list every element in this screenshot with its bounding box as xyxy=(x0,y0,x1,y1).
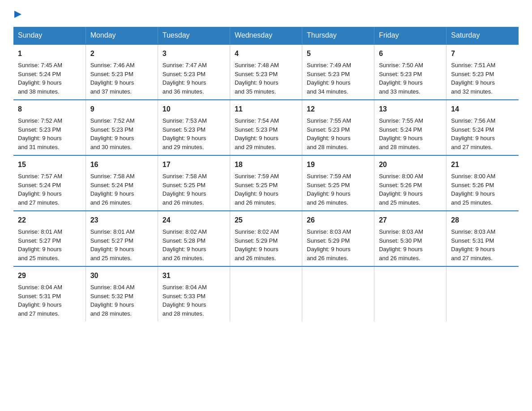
calendar-header-row: SundayMondayTuesdayWednesdayThursdayFrid… xyxy=(13,27,519,44)
calendar-day-cell: 23 Sunrise: 8:01 AMSunset: 5:27 PMDaylig… xyxy=(86,211,158,266)
day-info: Sunrise: 8:01 AMSunset: 5:27 PMDaylight:… xyxy=(18,227,81,262)
day-number: 4 xyxy=(235,48,297,59)
calendar-day-cell: 29 Sunrise: 8:04 AMSunset: 5:31 PMDaylig… xyxy=(13,266,86,321)
day-info: Sunrise: 7:45 AMSunset: 5:24 PMDaylight:… xyxy=(18,61,81,96)
calendar-day-cell: 8 Sunrise: 7:52 AMSunset: 5:23 PMDayligh… xyxy=(13,100,86,155)
calendar-day-cell: 16 Sunrise: 7:58 AMSunset: 5:24 PMDaylig… xyxy=(86,155,158,211)
day-number: 29 xyxy=(18,270,81,281)
logo-arrow-icon xyxy=(14,10,23,19)
calendar-day-cell: 7 Sunrise: 7:51 AMSunset: 5:23 PMDayligh… xyxy=(446,44,519,100)
day-number: 20 xyxy=(379,159,442,170)
calendar-day-cell: 4 Sunrise: 7:48 AMSunset: 5:23 PMDayligh… xyxy=(230,44,302,100)
day-info: Sunrise: 7:53 AMSunset: 5:23 PMDaylight:… xyxy=(163,116,225,151)
day-info: Sunrise: 7:52 AMSunset: 5:23 PMDaylight:… xyxy=(18,116,81,151)
day-number: 10 xyxy=(163,104,225,115)
day-number: 7 xyxy=(451,48,514,59)
day-info: Sunrise: 8:03 AMSunset: 5:29 PMDaylight:… xyxy=(307,227,369,262)
calendar-week-row: 29 Sunrise: 8:04 AMSunset: 5:31 PMDaylig… xyxy=(13,266,519,321)
calendar-day-cell: 1 Sunrise: 7:45 AMSunset: 5:24 PMDayligh… xyxy=(13,44,86,100)
calendar-day-cell: 2 Sunrise: 7:46 AMSunset: 5:23 PMDayligh… xyxy=(86,44,158,100)
day-info: Sunrise: 8:00 AMSunset: 5:26 PMDaylight:… xyxy=(379,172,442,207)
day-number: 23 xyxy=(90,215,153,226)
col-header-saturday: Saturday xyxy=(446,27,519,44)
calendar-day-cell: 20 Sunrise: 8:00 AMSunset: 5:26 PMDaylig… xyxy=(374,155,446,211)
page-header xyxy=(13,9,519,19)
day-number: 3 xyxy=(163,48,225,59)
col-header-thursday: Thursday xyxy=(302,27,374,44)
calendar-day-cell: 26 Sunrise: 8:03 AMSunset: 5:29 PMDaylig… xyxy=(302,211,374,266)
day-info: Sunrise: 7:48 AMSunset: 5:23 PMDaylight:… xyxy=(235,61,297,96)
calendar-day-cell: 24 Sunrise: 8:02 AMSunset: 5:28 PMDaylig… xyxy=(158,211,230,266)
calendar-day-cell: 12 Sunrise: 7:55 AMSunset: 5:23 PMDaylig… xyxy=(302,100,374,155)
calendar-day-cell: 28 Sunrise: 8:03 AMSunset: 5:31 PMDaylig… xyxy=(446,211,519,266)
col-header-tuesday: Tuesday xyxy=(158,27,230,44)
day-info: Sunrise: 8:04 AMSunset: 5:31 PMDaylight:… xyxy=(18,283,81,318)
day-number: 5 xyxy=(307,48,369,59)
calendar-day-cell xyxy=(230,266,302,321)
calendar-day-cell: 19 Sunrise: 7:59 AMSunset: 5:25 PMDaylig… xyxy=(302,155,374,211)
day-number: 31 xyxy=(163,270,225,281)
calendar-day-cell: 11 Sunrise: 7:54 AMSunset: 5:23 PMDaylig… xyxy=(230,100,302,155)
calendar-day-cell: 30 Sunrise: 8:04 AMSunset: 5:32 PMDaylig… xyxy=(86,266,158,321)
calendar-day-cell: 9 Sunrise: 7:52 AMSunset: 5:23 PMDayligh… xyxy=(86,100,158,155)
day-number: 19 xyxy=(307,159,369,170)
day-info: Sunrise: 8:03 AMSunset: 5:30 PMDaylight:… xyxy=(379,227,442,262)
day-info: Sunrise: 7:57 AMSunset: 5:24 PMDaylight:… xyxy=(18,172,81,207)
day-number: 24 xyxy=(163,215,225,226)
day-number: 28 xyxy=(451,215,514,226)
day-info: Sunrise: 7:50 AMSunset: 5:23 PMDaylight:… xyxy=(379,61,442,96)
calendar-day-cell: 13 Sunrise: 7:55 AMSunset: 5:24 PMDaylig… xyxy=(374,100,446,155)
calendar-day-cell xyxy=(374,266,446,321)
day-info: Sunrise: 8:00 AMSunset: 5:26 PMDaylight:… xyxy=(451,172,514,207)
day-info: Sunrise: 7:55 AMSunset: 5:23 PMDaylight:… xyxy=(307,116,369,151)
day-info: Sunrise: 7:47 AMSunset: 5:23 PMDaylight:… xyxy=(163,61,225,96)
day-info: Sunrise: 7:59 AMSunset: 5:25 PMDaylight:… xyxy=(307,172,369,207)
calendar-day-cell xyxy=(446,266,519,321)
day-number: 26 xyxy=(307,215,369,226)
day-number: 30 xyxy=(90,270,153,281)
day-number: 17 xyxy=(163,159,225,170)
day-info: Sunrise: 8:04 AMSunset: 5:33 PMDaylight:… xyxy=(163,283,225,318)
calendar-day-cell: 17 Sunrise: 7:58 AMSunset: 5:25 PMDaylig… xyxy=(158,155,230,211)
day-info: Sunrise: 8:02 AMSunset: 5:29 PMDaylight:… xyxy=(235,227,297,262)
calendar-day-cell: 6 Sunrise: 7:50 AMSunset: 5:23 PMDayligh… xyxy=(374,44,446,100)
calendar-day-cell: 3 Sunrise: 7:47 AMSunset: 5:23 PMDayligh… xyxy=(158,44,230,100)
day-number: 15 xyxy=(18,159,81,170)
day-info: Sunrise: 7:56 AMSunset: 5:24 PMDaylight:… xyxy=(451,116,514,151)
day-number: 18 xyxy=(235,159,297,170)
day-number: 21 xyxy=(451,159,514,170)
day-number: 12 xyxy=(307,104,369,115)
day-number: 13 xyxy=(379,104,442,115)
day-info: Sunrise: 8:04 AMSunset: 5:32 PMDaylight:… xyxy=(90,283,153,318)
day-number: 14 xyxy=(451,104,514,115)
col-header-sunday: Sunday xyxy=(13,27,86,44)
day-number: 22 xyxy=(18,215,81,226)
day-number: 27 xyxy=(379,215,442,226)
calendar-day-cell: 5 Sunrise: 7:49 AMSunset: 5:23 PMDayligh… xyxy=(302,44,374,100)
day-number: 9 xyxy=(90,104,153,115)
calendar-day-cell: 25 Sunrise: 8:02 AMSunset: 5:29 PMDaylig… xyxy=(230,211,302,266)
calendar-week-row: 22 Sunrise: 8:01 AMSunset: 5:27 PMDaylig… xyxy=(13,211,519,266)
svg-marker-0 xyxy=(14,11,21,18)
calendar-day-cell: 10 Sunrise: 7:53 AMSunset: 5:23 PMDaylig… xyxy=(158,100,230,155)
logo xyxy=(13,9,23,19)
calendar-day-cell: 18 Sunrise: 7:59 AMSunset: 5:25 PMDaylig… xyxy=(230,155,302,211)
calendar-day-cell: 31 Sunrise: 8:04 AMSunset: 5:33 PMDaylig… xyxy=(158,266,230,321)
day-number: 25 xyxy=(235,215,297,226)
day-number: 2 xyxy=(90,48,153,59)
day-number: 1 xyxy=(18,48,81,59)
day-info: Sunrise: 7:55 AMSunset: 5:24 PMDaylight:… xyxy=(379,116,442,151)
col-header-monday: Monday xyxy=(86,27,158,44)
day-info: Sunrise: 7:59 AMSunset: 5:25 PMDaylight:… xyxy=(235,172,297,207)
day-info: Sunrise: 7:58 AMSunset: 5:25 PMDaylight:… xyxy=(163,172,225,207)
day-number: 8 xyxy=(18,104,81,115)
day-info: Sunrise: 7:49 AMSunset: 5:23 PMDaylight:… xyxy=(307,61,369,96)
day-info: Sunrise: 8:03 AMSunset: 5:31 PMDaylight:… xyxy=(451,227,514,262)
day-info: Sunrise: 7:46 AMSunset: 5:23 PMDaylight:… xyxy=(90,61,153,96)
calendar-day-cell xyxy=(302,266,374,321)
calendar-day-cell: 21 Sunrise: 8:00 AMSunset: 5:26 PMDaylig… xyxy=(446,155,519,211)
day-info: Sunrise: 8:01 AMSunset: 5:27 PMDaylight:… xyxy=(90,227,153,262)
col-header-friday: Friday xyxy=(374,27,446,44)
calendar-week-row: 15 Sunrise: 7:57 AMSunset: 5:24 PMDaylig… xyxy=(13,155,519,211)
day-number: 6 xyxy=(379,48,442,59)
